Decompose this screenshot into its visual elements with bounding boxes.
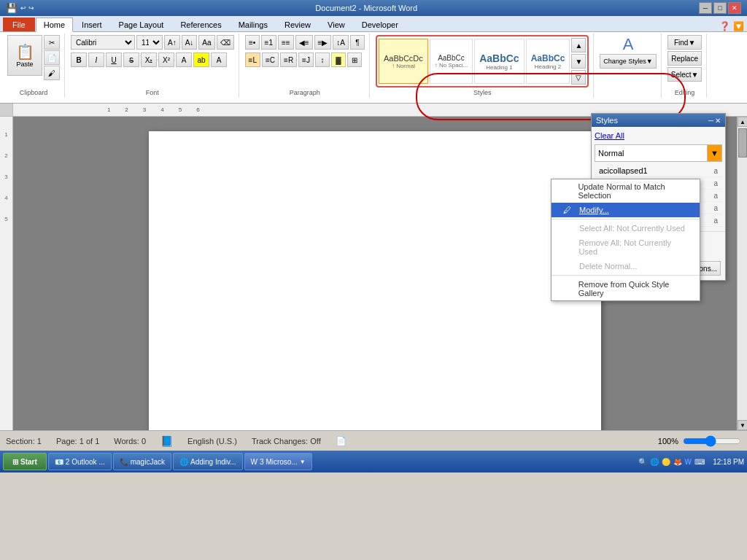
taskbar-magicjack[interactable]: 📞 magicJack [113,453,171,470]
replace-button[interactable]: Replace [667,51,703,66]
justify-button[interactable]: ≡J [298,52,314,67]
document-page[interactable] [149,131,601,430]
maximize-button[interactable]: □ [713,2,727,14]
taskbar-adding[interactable]: 🌐 Adding Indiv... [173,453,243,470]
styles-scroll-up[interactable]: ▲ [571,38,586,52]
style-no-spacing-button[interactable]: AaBbCc ↑ No Spaci... [430,39,473,84]
ctx-modify-icon: 🖊 [563,206,575,214]
select-button[interactable]: Select▼ [667,67,703,82]
font-label: Font [146,88,159,96]
ctx-delete-normal[interactable]: Delete Normal... [551,259,700,273]
taskbar: ⊞ Start 📧 2 Outlook ... 📞 magicJack 🌐 Ad… [0,451,747,472]
styles-panel-minimize[interactable]: ─ [708,117,713,125]
bullets-button[interactable]: ≡• [245,35,260,50]
italic-button[interactable]: I [88,52,104,67]
align-center-button[interactable]: ≡C [262,52,279,67]
title-bar-left: 💾 ↩ ↪ [6,3,34,14]
cut-button[interactable]: ✂ [44,35,60,50]
styles-clear-all[interactable]: Clear All [595,130,722,141]
increase-indent-button[interactable]: ≡▶ [314,35,332,50]
ribbon-minimize-icon[interactable]: 🔽 [733,21,744,31]
quick-access: ↩ ↪ [20,4,34,12]
copy-button[interactable]: 📄 [44,50,60,65]
styles-scroll-down[interactable]: ▼ [571,54,586,69]
ctx-remove-gallery[interactable]: Remove from Quick Style Gallery [551,277,700,300]
styles-dropdown[interactable]: Normal ▼ [595,144,722,162]
ctx-select-all[interactable]: Select All: Not Currently Used [551,221,700,236]
align-right-button[interactable]: ≡R [280,52,297,67]
text-highlight-button[interactable]: ab [193,52,209,67]
tab-references[interactable]: References [172,18,229,31]
paste-button[interactable]: 📋 Paste [7,35,42,76]
taskbar-dropdown-icon[interactable]: ▼ [300,459,306,465]
font-size-select[interactable]: 11 [136,35,163,50]
format-painter-button[interactable]: 🖌 [44,66,60,80]
magicjack-icon: 📞 [120,458,128,466]
tab-mailings[interactable]: Mailings [231,18,276,31]
ctx-remove-all[interactable]: Remove All: Not Currently Used [551,236,700,259]
styles-more[interactable]: ▽ [571,70,586,85]
shrink-font-button[interactable]: A↓ [182,35,198,50]
find-button[interactable]: Find▼ [667,35,703,50]
title-bar: 💾 ↩ ↪ Document2 - Microsoft Word ─ □ ✕ [0,0,747,16]
grow-font-button[interactable]: A↑ [164,35,180,50]
bold-button[interactable]: B [71,52,87,67]
taskbar-word[interactable]: W 3 Microso... ▼ [244,453,312,470]
strikethrough-button[interactable]: S̶ [123,52,139,67]
tab-view[interactable]: View [320,18,353,31]
underline-button[interactable]: U [106,52,122,67]
taskbar-outlook[interactable]: 📧 2 Outlook ... [48,453,112,470]
style-no-spacing-label: ↑ No Spaci... [435,62,468,69]
subscript-button[interactable]: X₂ [141,52,157,67]
change-case-button[interactable]: Aa [198,35,214,50]
word-sys-icon: W [685,458,692,466]
shading-button[interactable]: ▓ [331,52,346,67]
numbering-button[interactable]: ≡1 [261,35,276,50]
scroll-thumb[interactable] [738,128,747,158]
sort-button[interactable]: ↕A [333,35,349,50]
multilevel-list-button[interactable]: ≡≡ [278,35,294,50]
superscript-button[interactable]: X² [158,52,174,67]
borders-button[interactable]: ⊞ [347,52,362,67]
decrease-indent-button[interactable]: ◀≡ [295,35,313,50]
style-no-spacing-preview: AaBbCc [438,54,465,62]
tab-review[interactable]: Review [276,18,319,31]
scroll-up-button[interactable]: ▲ [738,117,747,127]
zoom-slider[interactable] [683,435,741,447]
style-heading1-button[interactable]: AaBbCc Heading 1 [474,39,524,84]
line-spacing-button[interactable]: ↕ [315,52,330,67]
scroll-down-button[interactable]: ▼ [738,420,747,430]
start-button[interactable]: ⊞ Start [3,453,47,470]
window-controls: ─ □ ✕ [699,2,741,14]
editing-group: Find▼ Replace Select▼ Editing [663,34,708,98]
clear-formatting-button[interactable]: ⌫ [217,35,234,50]
change-styles-button[interactable]: Change Styles▼ [600,54,656,69]
styles-panel-close[interactable]: ✕ [715,117,721,125]
minimize-button[interactable]: ─ [699,2,712,14]
time-display: 12:18 PM [708,458,744,466]
spell-check-icon[interactable]: 📘 [160,435,173,447]
change-styles-group: A Change Styles▼ [595,34,661,98]
tab-insert[interactable]: Insert [74,18,110,31]
tab-developer[interactable]: Developer [354,18,406,31]
word-taskbar-icon: W [251,458,258,466]
vertical-scrollbar[interactable]: ▲ ▼ [737,117,747,430]
font-color-button[interactable]: A [211,52,227,67]
style-heading2-button[interactable]: AaBbCc Heading 2 [526,39,570,84]
tab-home[interactable]: Home [36,18,73,32]
align-left-button[interactable]: ≡L [245,52,260,67]
show-paragraph-button[interactable]: ¶ [350,35,365,50]
style-item-acicollapsed1[interactable]: acicollapsed1 a [595,165,722,177]
outlook-label: 2 Outlook ... [66,458,105,466]
text-effects-button[interactable]: A [176,52,192,67]
tab-file[interactable]: File [3,18,35,31]
style-normal-button[interactable]: AaBbCcDc ↑ Normal [379,39,428,84]
font-family-select[interactable]: Calibri [71,35,135,50]
ctx-update-normal[interactable]: Update Normal to Match Selection [551,179,700,203]
help-icon[interactable]: ❓ [719,21,730,31]
scroll-track[interactable] [738,127,747,420]
styles-dropdown-arrow[interactable]: ▼ [707,145,721,161]
close-button[interactable]: ✕ [728,2,741,14]
ctx-modify[interactable]: 🖊 Modify... [551,203,700,217]
tab-page-layout[interactable]: Page Layout [111,18,172,31]
